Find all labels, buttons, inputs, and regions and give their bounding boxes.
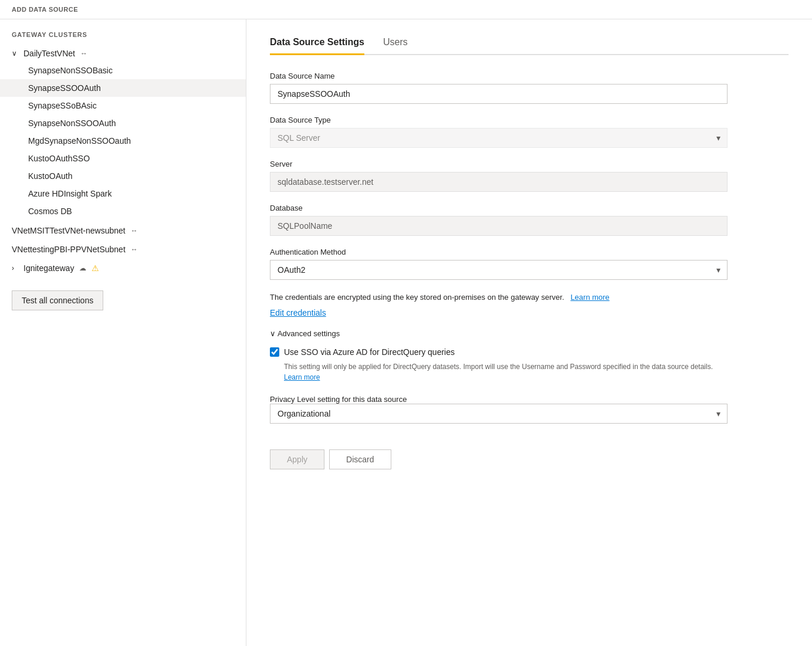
database-label: Database	[270, 204, 728, 212]
cluster-name-vnetmsit: VNetMSITTestVNet-newsubnet	[12, 226, 126, 235]
cluster-header-ignitegateway[interactable]: › Ignitegateway ☁ ⚠	[0, 260, 246, 276]
warning-icon-ignitegateway: ⚠	[92, 263, 99, 273]
datasource-name-input[interactable]	[270, 84, 728, 104]
auth-method-label: Authentication Method	[270, 248, 728, 256]
advanced-settings-header[interactable]: ∨ Advanced settings	[270, 329, 728, 338]
learn-more-credentials-link[interactable]: Learn more	[570, 293, 609, 302]
privacy-level-select-wrapper: Organizational	[270, 404, 728, 424]
form-group-database: Database	[270, 204, 728, 236]
auth-method-select[interactable]: OAuth2	[270, 260, 728, 280]
content-area: Data Source Settings Users Data Source N…	[246, 19, 812, 646]
cluster-vnetmsit: VNetMSITTestVNet-newsubnet ↔	[0, 222, 246, 239]
tabs: Data Source Settings Users	[270, 31, 789, 55]
datasource-item-mgdsynapsenonssooauth[interactable]: MgdSynapseNonSSOOauth	[0, 132, 246, 150]
privacy-level-label: Privacy Level setting for this data sour…	[270, 395, 407, 404]
cluster-header-dailytestvnet[interactable]: ∨ DailyTestVNet ↔	[0, 45, 246, 62]
server-label: Server	[270, 160, 728, 168]
sso-checkbox[interactable]	[270, 347, 279, 357]
datasource-item-kustooauth[interactable]: KustoOAuth	[0, 167, 246, 185]
tab-users[interactable]: Users	[383, 31, 408, 55]
datasource-type-select[interactable]: SQL Server	[270, 128, 728, 148]
network-icon-vnettesting: ↔	[129, 245, 140, 253]
form-group-datasource-type: Data Source Type SQL Server	[270, 116, 728, 148]
sidebar-section-title: GATEWAY CLUSTERS	[0, 31, 246, 45]
discard-button[interactable]: Discard	[329, 449, 391, 469]
chevron-down-icon: ∨	[12, 49, 20, 58]
datasource-type-label: Data Source Type	[270, 116, 728, 124]
chevron-down-advanced-icon: ∨	[270, 329, 276, 338]
cluster-name-vnettesting: VNettestingPBI-PPVNetSubnet	[12, 245, 126, 254]
privacy-level-select[interactable]: Organizational	[270, 404, 728, 424]
form-group-privacy-level: Privacy Level setting for this data sour…	[270, 394, 728, 424]
cluster-name-ignitegateway: Ignitegateway	[23, 263, 74, 273]
cloud-icon-ignitegateway: ☁	[77, 264, 88, 272]
datasource-item-synapsenonssooauth[interactable]: SynapseNonSSOOAuth	[0, 114, 246, 132]
advanced-settings-section: ∨ Advanced settings Use SSO via Azure AD…	[270, 329, 728, 424]
datasource-name-label: Data Source Name	[270, 72, 728, 80]
datasource-type-select-wrapper: SQL Server	[270, 128, 728, 148]
datasource-item-azurehdinsight[interactable]: Azure HDInsight Spark	[0, 185, 246, 202]
network-icon-dailytestvnet: ↔	[79, 49, 89, 58]
credentials-text: The credentials are encrypted using the …	[270, 292, 728, 303]
datasource-item-synapsessooauth[interactable]: SynapseSSOOAuth	[0, 79, 246, 97]
test-all-connections-button[interactable]: Test all connections	[12, 290, 103, 310]
top-bar-label: ADD DATA SOURCE	[12, 6, 78, 13]
apply-button[interactable]: Apply	[270, 449, 324, 469]
datasource-item-synapsessobasic[interactable]: SynapseSSoBAsic	[0, 97, 246, 114]
sso-checkbox-row: Use SSO via Azure AD for DirectQuery que…	[270, 347, 728, 357]
form-section: Data Source Name Data Source Type SQL Se…	[270, 72, 728, 469]
top-bar: ADD DATA SOURCE	[0, 0, 812, 19]
auth-method-select-wrapper: OAuth2	[270, 260, 728, 280]
server-input	[270, 172, 728, 192]
form-group-datasource-name: Data Source Name	[270, 72, 728, 104]
chevron-right-icon-ignitegateway: ›	[12, 264, 20, 272]
form-group-server: Server	[270, 160, 728, 192]
sidebar: GATEWAY CLUSTERS ∨ DailyTestVNet ↔ Synap…	[0, 19, 246, 646]
cluster-dailytestvnet: ∨ DailyTestVNet ↔ SynapseNonSSOBasic Syn…	[0, 45, 246, 220]
tab-data-source-settings[interactable]: Data Source Settings	[270, 31, 364, 55]
cluster-header-vnettesting[interactable]: VNettestingPBI-PPVNetSubnet ↔	[0, 241, 246, 258]
learn-more-sso-link[interactable]: Learn more	[284, 373, 320, 381]
cluster-name-dailytestvnet: DailyTestVNet	[23, 49, 75, 58]
cluster-ignitegateway: › Ignitegateway ☁ ⚠	[0, 260, 246, 276]
network-icon-vnetmsit: ↔	[129, 226, 140, 235]
sso-checkbox-label: Use SSO via Azure AD for DirectQuery que…	[284, 347, 455, 357]
datasource-item-synapsenonssbasic[interactable]: SynapseNonSSOBasic	[0, 62, 246, 79]
cluster-header-vnetmsit[interactable]: VNetMSITTestVNet-newsubnet ↔	[0, 222, 246, 239]
action-buttons: Apply Discard	[270, 440, 728, 469]
cluster-vnettesting: VNettestingPBI-PPVNetSubnet ↔	[0, 241, 246, 258]
datasource-item-cosmosdb[interactable]: Cosmos DB	[0, 202, 246, 220]
sso-checkbox-description: This setting will only be applied for Di…	[284, 361, 728, 383]
form-group-auth-method: Authentication Method OAuth2	[270, 248, 728, 280]
edit-credentials-link[interactable]: Edit credentials	[270, 308, 326, 317]
datasource-item-kustooauthsso[interactable]: KustoOAuthSSO	[0, 150, 246, 167]
database-input	[270, 216, 728, 236]
main-layout: GATEWAY CLUSTERS ∨ DailyTestVNet ↔ Synap…	[0, 19, 812, 646]
form-group-credentials: The credentials are encrypted using the …	[270, 292, 728, 317]
